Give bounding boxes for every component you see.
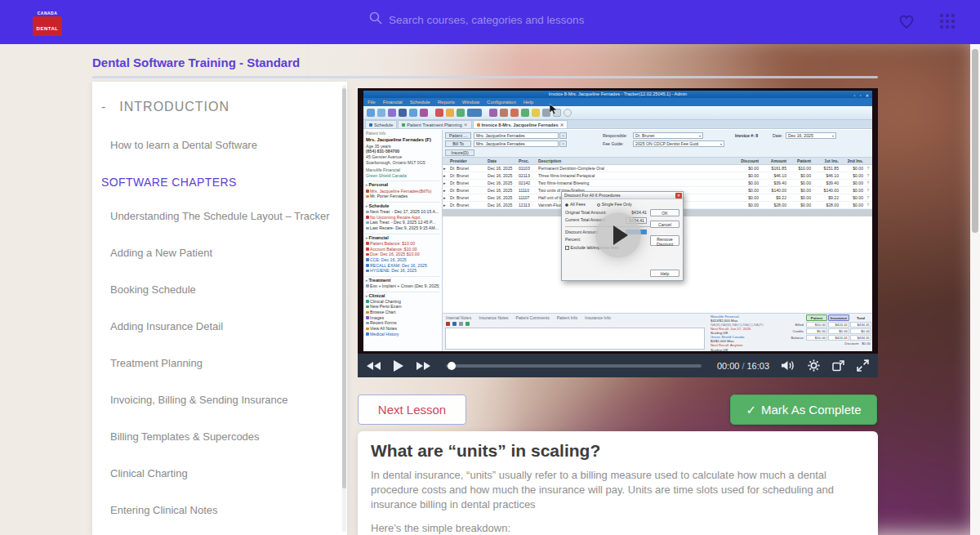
sidebar-chapter-item[interactable]: Clinical Charting — [110, 467, 347, 479]
section-software-chapters[interactable]: SOFTWARE CHAPTERS — [101, 176, 347, 189]
app-menu-item: Window — [462, 98, 479, 106]
grid-discount-value: $0.00 — [862, 341, 871, 346]
internal-notes-textarea[interactable] — [445, 328, 705, 350]
mark-as-complete-button[interactable]: ✓Mark As Complete — [730, 395, 877, 425]
lesson-breakdown-intro: Here’s the simple breakdown: — [371, 522, 865, 534]
sidebar-chapter-item[interactable]: Treatment Planning — [110, 357, 347, 369]
procedure-row[interactable]: ▸ Dr. Brunet Dec 16, 2025 02142 Two film… — [443, 180, 872, 187]
responsible-value[interactable]: Dr. Brunet▾ — [633, 132, 703, 139]
brand-logo-top-text: CANADA — [33, 11, 62, 16]
app-window-title: Invoice 8-Mrs. Jacqueline Fernades - Tra… — [549, 91, 687, 96]
navbar-icons — [897, 11, 956, 34]
brand-logo[interactable]: CANADA DENTAL — [33, 11, 62, 36]
procedure-row[interactable]: ▸ Dr. Brunet Dec 16, 2025 02113 Three fi… — [443, 172, 872, 180]
panel-section-treatment: Treatment Exo + Implant + Crown (Dec 9, … — [366, 276, 439, 289]
lesson-content-card: What are “units” in scaling? In dental i… — [358, 431, 878, 535]
fast-forward-icon[interactable] — [416, 361, 430, 371]
feeguide-value[interactable]: 2025 ON CDCP Dentist Fee Guid▾ — [633, 140, 724, 147]
notes-tab[interactable]: Internal Notes — [446, 315, 471, 320]
app-tab-treatment-planning[interactable]: Patient Treatment Planning✕ — [398, 120, 471, 128]
balance-grid-row: Credits $0.00 $0.00 $0.00 — [786, 328, 871, 334]
fullscreen-icon[interactable] — [857, 359, 869, 372]
heart-icon[interactable] — [897, 11, 916, 34]
procedure-row[interactable]: ▸ Dr. Brunet Dec 16, 2025 01103 Permanen… — [443, 165, 872, 172]
rewind-icon[interactable] — [367, 361, 381, 371]
introduction-lessons: How to learn a Dental Software — [110, 139, 347, 151]
percent-label: Percent: — [565, 237, 581, 242]
progress-slider[interactable] — [446, 364, 702, 368]
progress-slider-thumb[interactable] — [448, 362, 456, 370]
sidebar-chapter-item[interactable]: Billing Templates & Supercodes — [110, 430, 347, 443]
brand-logo-box: DENTAL — [33, 16, 62, 36]
sidebar-scrollbar-thumb[interactable] — [342, 88, 346, 488]
billto-field-value[interactable]: Mrs. Jacqueline Fernades — [474, 140, 559, 147]
app-document-tabs: Schedule Patient Treatment Planning✕ Inv… — [363, 120, 872, 129]
window-controls: ▫ ▫ ✕ — [853, 92, 871, 100]
sidebar-chapter-item[interactable]: Booking Schedule — [110, 283, 347, 296]
responsible-label: Responsible: — [603, 132, 627, 139]
patient-field-button[interactable]: Patient ... — [445, 132, 471, 139]
video-controls-bar: 00:00/16:03 — [358, 354, 878, 377]
sidebar-chapter-item[interactable]: Adding Insurance Detail — [110, 320, 347, 332]
patient-field-value[interactable]: Mrs. Jacqueline Fernades — [474, 132, 559, 139]
time-display: 00:00/16:03 — [717, 361, 769, 371]
mouse-cursor — [550, 104, 558, 116]
sidebar-chapter-item[interactable]: Entering Clinical Notes — [110, 504, 347, 516]
feeguide-label: Fee Guide: — [603, 140, 624, 147]
insurance-summary: Manulife Financial $424/$2,000 Max. NA(B… — [710, 314, 871, 350]
billto-field-button[interactable]: Bill To — [445, 140, 471, 147]
dialog-close-icon[interactable]: ✕ — [675, 193, 682, 198]
notes-tab[interactable]: Patient Info — [557, 315, 577, 320]
page-scrollbar[interactable] — [970, 44, 980, 535]
sidebar-lesson-item[interactable]: How to learn a Dental Software — [110, 139, 347, 151]
page-scrollbar-thumb[interactable] — [972, 49, 978, 233]
insure-button[interactable]: Insure(D) — [445, 149, 474, 156]
title-divider — [92, 76, 878, 78]
volume-icon[interactable] — [782, 360, 795, 371]
invoice-date-value[interactable]: Dec 16, 2025▾ — [786, 132, 836, 139]
check-icon: ✓ — [746, 403, 756, 417]
notes-tab[interactable]: Insurance Info — [585, 315, 611, 320]
next-lesson-button[interactable]: Next Lesson — [358, 395, 466, 425]
app-window-titlebar: Invoice 8-Mrs. Jacqueline Fernades - Tra… — [363, 91, 872, 98]
dialog-cancel-button[interactable]: Cancel — [650, 221, 679, 228]
notes-tab[interactable]: Insurance Notes — [479, 315, 508, 320]
procedure-table-header: Provider Date Proc. Description Discount… — [443, 158, 872, 165]
patient-age: Age 35 years — [366, 144, 439, 149]
video-player[interactable]: Invoice 8-Mrs. Jacqueline Fernades - Tra… — [358, 88, 878, 377]
collapse-icon[interactable]: - — [101, 100, 106, 114]
sidebar-scrollbar[interactable] — [342, 85, 346, 532]
panel-section-clinical: Clinical Clinical Charting New Perio Exa… — [366, 292, 439, 337]
notes-toolbar-icons — [446, 322, 470, 326]
section-introduction[interactable]: - INTRODUCTION — [101, 100, 347, 114]
settings-gear-icon[interactable] — [808, 359, 820, 372]
patient-insurer-2: Green Shield Canada — [366, 173, 439, 179]
course-outline-sidebar: - INTRODUCTION How to learn a Dental Sof… — [92, 82, 347, 535]
sidebar-chapter-item[interactable]: Understanding The Schedule Layout – Trac… — [110, 210, 347, 222]
pip-share-icon[interactable] — [832, 360, 844, 372]
billto-search-button[interactable]: ○ — [559, 140, 567, 147]
app-tab-invoice[interactable]: Invoice 8-Mrs. Jacqueline Fernades✕ — [473, 120, 568, 128]
patient-address1: 45 Genvier Avenue — [366, 154, 439, 160]
search-bar[interactable] — [369, 11, 601, 28]
play-icon[interactable] — [394, 360, 403, 372]
dialog-remove-discount-button[interactable]: Remove Discount — [650, 235, 679, 246]
invoice-number-label: Invoice #: 8 — [735, 132, 758, 139]
radio-all-fees[interactable]: All Fees — [565, 202, 586, 207]
chapter-list: Understanding The Schedule Layout – Trac… — [110, 210, 347, 535]
play-overlay-button[interactable] — [595, 212, 641, 258]
discount-amount-label: Discount Amount: — [565, 230, 599, 234]
notes-tab[interactable]: Patient Comments — [516, 315, 550, 320]
apps-grid-icon[interactable] — [939, 13, 956, 33]
brand-logo-bottom-text: DENTAL — [37, 26, 59, 31]
dialog-help-button[interactable]: Help — [650, 270, 679, 277]
radio-single-fee[interactable]: Single Fee Only — [597, 202, 632, 207]
app-tab-schedule[interactable]: Schedule — [365, 120, 397, 128]
app-menu-item: File — [368, 98, 376, 106]
sidebar-chapter-item[interactable]: Adding a New Patient — [110, 247, 347, 259]
balance-grid-row: Billed $10.00 $424.41 $434.41 — [786, 322, 871, 328]
sidebar-chapter-item[interactable]: Invoicing, Billing & Sending Insurance — [110, 394, 347, 406]
patient-search-button[interactable]: ○ — [559, 132, 567, 139]
dialog-ok-button[interactable]: OK — [650, 209, 679, 216]
search-input[interactable] — [389, 14, 601, 26]
